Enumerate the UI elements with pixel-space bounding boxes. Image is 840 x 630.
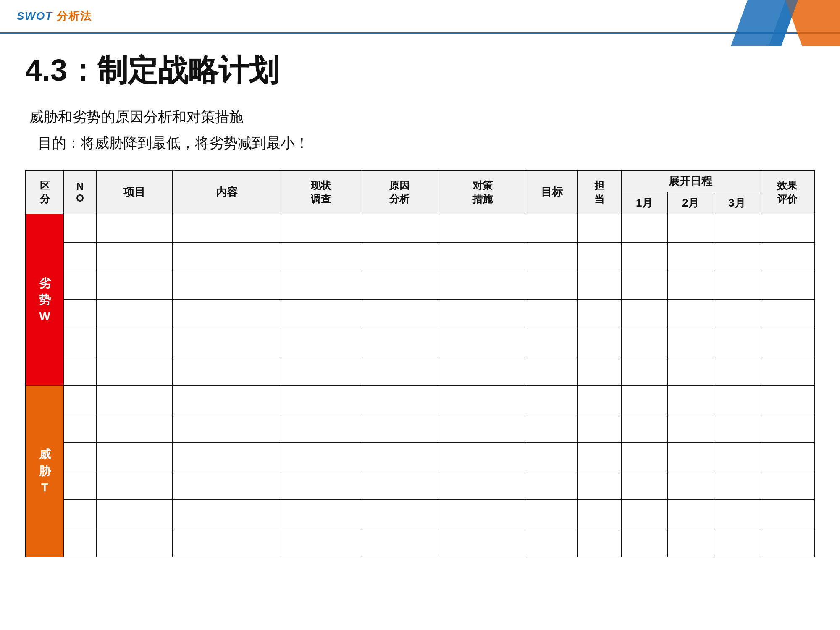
- cell: [173, 300, 281, 328]
- cell: [360, 471, 439, 500]
- header-logo: SWOT 分析法: [17, 9, 92, 24]
- cell: [360, 328, 439, 357]
- cell: [173, 357, 281, 386]
- cell: [173, 214, 281, 243]
- cell: [714, 243, 760, 271]
- cell: [621, 500, 667, 528]
- cell: [526, 357, 578, 386]
- cell: [64, 214, 97, 243]
- cell: [714, 500, 760, 528]
- cell: [173, 443, 281, 471]
- cell: [526, 271, 578, 300]
- cell: [526, 528, 578, 557]
- header-schedule: 展开日程: [621, 170, 760, 192]
- cell: [173, 386, 281, 414]
- table-row: [26, 414, 814, 443]
- cell: [714, 357, 760, 386]
- cell: [439, 471, 526, 500]
- cell: [578, 528, 622, 557]
- cell: [281, 328, 360, 357]
- cell: [360, 300, 439, 328]
- cell: [64, 414, 97, 443]
- cell: [360, 214, 439, 243]
- header-target: 目标: [526, 170, 578, 214]
- cell: [667, 214, 714, 243]
- cell: [281, 243, 360, 271]
- cell: [621, 271, 667, 300]
- table-row: [26, 271, 814, 300]
- page-header: SWOT 分析法: [0, 0, 840, 34]
- cell: [667, 471, 714, 500]
- cell: [667, 328, 714, 357]
- cell: [714, 386, 760, 414]
- cell: [621, 214, 667, 243]
- table-row: [26, 300, 814, 328]
- page-content: 4.3：制定战略计划 威胁和劣势的原因分析和对策措施 目的：将威胁降到最低，将劣…: [0, 34, 840, 570]
- cell: [439, 357, 526, 386]
- cell: [96, 386, 172, 414]
- cell: [621, 328, 667, 357]
- cell: [173, 528, 281, 557]
- cell: [760, 386, 814, 414]
- cell: [281, 471, 360, 500]
- header-resp: 担 当: [578, 170, 622, 214]
- cell: [96, 357, 172, 386]
- cell: [621, 414, 667, 443]
- cell: [281, 528, 360, 557]
- cell: [173, 500, 281, 528]
- cell: [281, 386, 360, 414]
- cell: [621, 357, 667, 386]
- cell: [173, 243, 281, 271]
- cell: [714, 214, 760, 243]
- cell: [96, 414, 172, 443]
- cell: [281, 271, 360, 300]
- cell: [439, 328, 526, 357]
- cell: [526, 414, 578, 443]
- cell: [281, 357, 360, 386]
- cell: [360, 443, 439, 471]
- strategy-table: 区 分 N O 项目 内容 现状 调查 原因 分析: [25, 170, 815, 557]
- deco-shapes: [714, 0, 840, 46]
- cell: [621, 300, 667, 328]
- cell: [173, 271, 281, 300]
- cell: [64, 243, 97, 271]
- cell: [64, 271, 97, 300]
- cell: [439, 414, 526, 443]
- cell: [760, 300, 814, 328]
- category-weakness: 劣 势 W: [26, 214, 64, 386]
- cell: [526, 243, 578, 271]
- table-row: [26, 328, 814, 357]
- cell: [526, 214, 578, 243]
- cell: [760, 471, 814, 500]
- cell: [64, 300, 97, 328]
- header-item: 项目: [96, 170, 172, 214]
- cell: [96, 300, 172, 328]
- cell: [714, 300, 760, 328]
- cell: [760, 271, 814, 300]
- cell: [96, 443, 172, 471]
- cell: [526, 328, 578, 357]
- cell: [760, 214, 814, 243]
- page-title: 4.3：制定战略计划: [25, 50, 815, 91]
- header-effect: 效果 评价: [760, 170, 814, 214]
- table-row: [26, 471, 814, 500]
- subtitle2: 目的：将威胁降到最低，将劣势减到最小！: [25, 134, 815, 153]
- cell: [578, 500, 622, 528]
- cell: [360, 528, 439, 557]
- cell: [760, 443, 814, 471]
- header-month1: 1月: [621, 192, 667, 214]
- cell: [96, 328, 172, 357]
- cell: [96, 500, 172, 528]
- cell: [64, 500, 97, 528]
- table-row: [26, 357, 814, 386]
- cell: [760, 328, 814, 357]
- cell: [281, 443, 360, 471]
- cell: [64, 528, 97, 557]
- cell: [578, 357, 622, 386]
- table-row: [26, 243, 814, 271]
- cell: [667, 528, 714, 557]
- cell: [96, 528, 172, 557]
- cell: [526, 500, 578, 528]
- cell: [667, 500, 714, 528]
- cell: [578, 243, 622, 271]
